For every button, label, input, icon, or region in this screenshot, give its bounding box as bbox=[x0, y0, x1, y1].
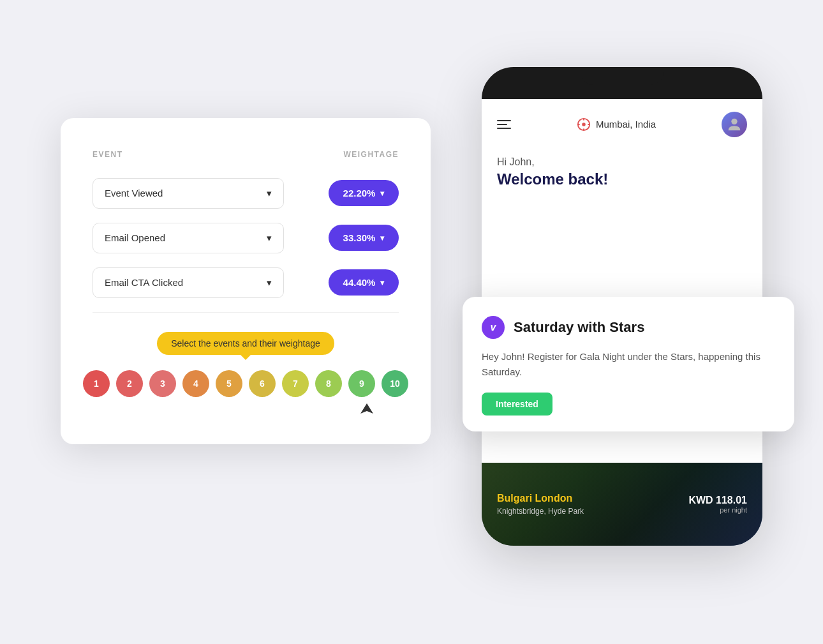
left-card: EVENT WEIGHTAGE Event Viewed ▾ 22.20% ▾ … bbox=[61, 118, 431, 444]
divider bbox=[93, 312, 399, 313]
event-title: Saturday with Stars bbox=[514, 319, 644, 336]
scale-circle-7[interactable]: 7 bbox=[282, 370, 309, 397]
weight-badge-1[interactable]: 22.20% ▾ bbox=[329, 180, 399, 206]
col-event-label: EVENT bbox=[93, 150, 123, 159]
hotel-name: Bulgari London bbox=[497, 493, 584, 504]
interested-button[interactable]: Interested bbox=[482, 393, 552, 416]
welcome-text: Welcome back! bbox=[497, 170, 747, 188]
col-weight-label: WEIGHTAGE bbox=[343, 150, 399, 159]
card-header: EVENT WEIGHTAGE bbox=[93, 150, 399, 159]
chevron-down-icon-2: ▾ bbox=[267, 232, 272, 244]
scale-circle-4[interactable]: 4 bbox=[182, 370, 209, 397]
weight-badge-3[interactable]: 44.40% ▾ bbox=[329, 269, 399, 296]
hotel-price-area: KWD 118.01 per night bbox=[688, 495, 747, 514]
hotel-location: Knightsbridge, Hyde Park bbox=[497, 507, 584, 516]
event-row-2: Email Opened ▾ 33.30% ▾ bbox=[93, 223, 399, 253]
event-row-1: Event Viewed ▾ 22.20% ▾ bbox=[93, 178, 399, 209]
event-dropdown-2-value: Email Opened bbox=[105, 232, 165, 243]
scale-circle-9[interactable]: 9 bbox=[348, 370, 375, 397]
scale-circle-1[interactable]: 1 bbox=[83, 370, 110, 397]
tooltip-bubble: Select the events and their weightage bbox=[157, 332, 334, 355]
chevron-down-icon-badge-2: ▾ bbox=[380, 234, 384, 243]
number-scale: 12345678910 bbox=[83, 370, 408, 397]
weight-badge-2[interactable]: 33.30% ▾ bbox=[329, 225, 399, 251]
arrow-indicator bbox=[118, 403, 373, 419]
location-text: Mumbai, India bbox=[596, 119, 656, 130]
event-dropdown-1-value: Event Viewed bbox=[105, 188, 163, 198]
svg-point-2 bbox=[582, 123, 586, 126]
location-area: Mumbai, India bbox=[577, 117, 656, 131]
avatar[interactable] bbox=[722, 112, 747, 137]
svg-marker-0 bbox=[360, 403, 373, 414]
location-icon bbox=[577, 117, 591, 131]
tooltip-area: Select the events and their weightage 12… bbox=[93, 326, 399, 419]
scale-circle-8[interactable]: 8 bbox=[315, 370, 342, 397]
event-description: Hey John! Register for Gala Night under … bbox=[482, 349, 775, 380]
event-title-row: v Saturday with Stars bbox=[482, 316, 775, 339]
event-dropdown-2[interactable]: Email Opened ▾ bbox=[93, 223, 284, 253]
scale-circle-10[interactable]: 10 bbox=[382, 370, 408, 397]
hotel-strip: Bulgari London Knightsbridge, Hyde Park … bbox=[482, 463, 762, 546]
event-dropdown-3[interactable]: Email CTA Clicked ▾ bbox=[93, 267, 284, 298]
greeting-text: Hi John, bbox=[497, 156, 747, 168]
phone-inner: Mumbai, India Hi John, Welcome back! bbox=[482, 99, 762, 188]
chevron-down-icon-3: ▾ bbox=[267, 277, 272, 288]
menu-icon[interactable] bbox=[497, 120, 511, 129]
event-row-3: Email CTA Clicked ▾ 44.40% ▾ bbox=[93, 267, 399, 298]
hotel-price: KWD 118.01 bbox=[688, 495, 747, 506]
chevron-down-icon-badge-1: ▾ bbox=[380, 189, 384, 198]
weight-value-1: 22.20% bbox=[343, 188, 376, 198]
event-dropdown-1[interactable]: Event Viewed ▾ bbox=[93, 178, 284, 209]
scale-circle-2[interactable]: 2 bbox=[116, 370, 143, 397]
scale-circle-6[interactable]: 6 bbox=[249, 370, 276, 397]
hotel-info: Bulgari London Knightsbridge, Hyde Park bbox=[497, 493, 584, 516]
event-dropdown-3-value: Email CTA Clicked bbox=[105, 277, 183, 288]
phone-topbar: Mumbai, India bbox=[497, 112, 747, 137]
weight-value-3: 44.40% bbox=[343, 277, 376, 288]
scene: EVENT WEIGHTAGE Event Viewed ▾ 22.20% ▾ … bbox=[61, 67, 762, 578]
scale-circle-5[interactable]: 5 bbox=[216, 370, 242, 397]
weight-value-2: 33.30% bbox=[343, 232, 376, 243]
chevron-down-icon-badge-3: ▾ bbox=[380, 278, 384, 287]
v-badge: v bbox=[482, 316, 505, 339]
floating-card: v Saturday with Stars Hey John! Register… bbox=[463, 297, 794, 431]
phone-notch bbox=[581, 67, 664, 85]
svg-point-7 bbox=[731, 118, 737, 124]
scale-circle-3[interactable]: 3 bbox=[149, 370, 176, 397]
hotel-per-night: per night bbox=[688, 506, 747, 514]
chevron-down-icon-1: ▾ bbox=[267, 188, 272, 199]
